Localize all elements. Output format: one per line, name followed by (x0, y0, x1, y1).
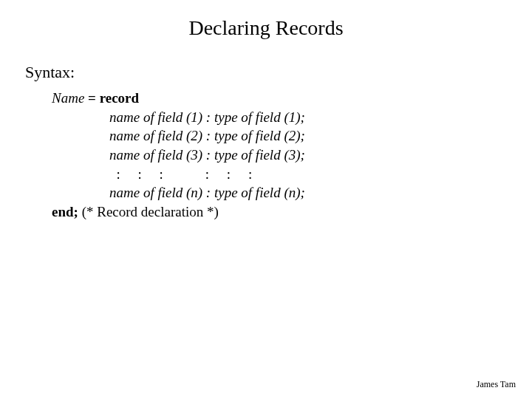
author-footer: James Tam (477, 379, 516, 390)
record-name-word: Name (52, 90, 84, 106)
field-line-2: name of field (2) : type of field (2); (109, 126, 305, 146)
record-declaration-block: Name = record name of field (1) : type o… (52, 89, 305, 221)
syntax-heading: Syntax: (25, 63, 75, 82)
end-keyword: end; (52, 204, 78, 219)
record-keyword: = record (84, 90, 139, 106)
ellipsis-line: : : : : : : (109, 165, 305, 184)
field-line-3: name of field (3) : type of field (3); (109, 146, 305, 165)
field-line-1: name of field (1) : type of field (1); (109, 108, 305, 127)
slide: Declaring Records Syntax: Name = record … (0, 0, 532, 399)
end-comment: (* Record declaration *) (78, 204, 219, 219)
field-line-n: name of field (n) : type of field (n); (109, 183, 305, 202)
end-line: end; (* Record declaration *) (52, 202, 305, 222)
page-title: Declaring Records (0, 16, 532, 40)
decl-first-line: Name = record (52, 89, 305, 108)
